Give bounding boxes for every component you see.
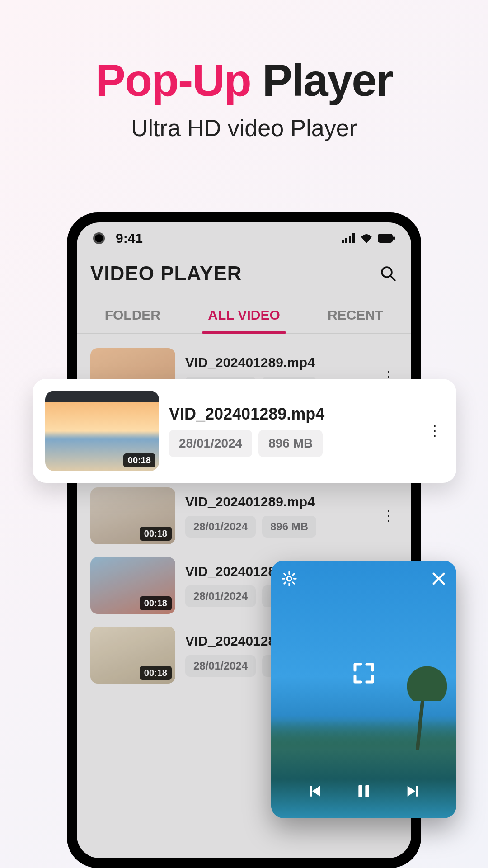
skip-previous-icon <box>305 782 323 800</box>
video-filename: VID_202401289.mp4 <box>185 494 380 509</box>
video-thumbnail: 00:18 <box>45 391 159 471</box>
svg-point-6 <box>382 267 392 277</box>
app-header: VIDEO PLAYER <box>77 254 411 285</box>
tab-bar: FOLDER ALL VIDEO RECENT <box>77 297 411 334</box>
cellular-signal-icon <box>342 233 355 243</box>
pause-icon <box>355 782 373 800</box>
video-duration: 00:18 <box>140 666 172 680</box>
settings-icon <box>281 571 297 587</box>
app-title: VIDEO PLAYER <box>90 262 242 285</box>
more-vertical-icon: ⋮ <box>381 507 396 524</box>
video-duration: 00:18 <box>140 596 172 610</box>
svg-rect-5 <box>393 236 395 240</box>
popup-fullscreen-button[interactable] <box>352 661 375 685</box>
video-thumbnail: 00:18 <box>90 487 175 544</box>
status-time: 9:41 <box>116 231 143 246</box>
status-bar: 9:41 <box>77 222 411 254</box>
svg-rect-9 <box>358 785 362 797</box>
video-duration: 00:18 <box>123 453 155 467</box>
svg-rect-1 <box>345 238 347 243</box>
video-size-badge: 896 MB <box>262 516 316 538</box>
popup-previous-button[interactable] <box>305 782 323 800</box>
svg-rect-3 <box>352 233 355 243</box>
video-date-badge: 28/01/2024 <box>185 516 256 538</box>
page-subtitle: Ultra HD video Player <box>0 114 488 142</box>
video-thumbnail: 00:18 <box>90 627 175 684</box>
battery-icon <box>378 234 395 243</box>
video-meta: VID_202401289.mp428/01/2024896 MB <box>185 494 380 538</box>
svg-rect-2 <box>349 236 351 243</box>
svg-rect-10 <box>365 785 369 797</box>
video-meta: VID_202401289.mp4 28/01/2024 896 MB <box>169 405 426 457</box>
video-thumbnail: 00:18 <box>90 557 175 614</box>
video-duration: 00:18 <box>140 527 172 541</box>
svg-point-8 <box>287 576 291 581</box>
tab-all-video[interactable]: ALL VIDEO <box>188 297 300 333</box>
highlighted-video-card[interactable]: 00:18 VID_202401289.mp4 28/01/2024 896 M… <box>33 379 456 483</box>
more-options-button[interactable]: ⋮ <box>380 507 398 524</box>
popup-next-button[interactable] <box>404 782 422 800</box>
search-icon <box>380 265 396 282</box>
tab-recent[interactable]: RECENT <box>300 297 411 333</box>
video-filename: VID_202401289.mp4 <box>169 405 426 424</box>
page-title-plain: Player <box>251 55 393 105</box>
page-title: Pop-Up Player <box>0 0 488 106</box>
wifi-icon <box>360 233 373 243</box>
more-options-button[interactable]: ⋮ <box>426 422 444 439</box>
svg-line-7 <box>391 276 395 280</box>
close-icon <box>431 571 446 586</box>
page-title-accent: Pop-Up <box>95 55 250 105</box>
video-date-badge: 28/01/2024 <box>185 655 256 677</box>
svg-rect-4 <box>378 234 393 243</box>
video-date-badge: 28/01/2024 <box>169 430 252 457</box>
popup-player[interactable] <box>271 561 456 818</box>
popup-settings-button[interactable] <box>281 571 297 587</box>
more-vertical-icon: ⋮ <box>427 422 442 439</box>
svg-rect-0 <box>342 240 344 243</box>
tab-folder[interactable]: FOLDER <box>77 297 188 333</box>
popup-pause-button[interactable] <box>355 782 373 800</box>
skip-next-icon <box>404 782 422 800</box>
front-camera-icon <box>93 232 105 244</box>
video-size-badge: 896 MB <box>258 430 323 457</box>
video-date-badge: 28/01/2024 <box>185 585 256 607</box>
video-filename: VID_202401289.mp4 <box>185 355 380 370</box>
search-button[interactable] <box>379 264 398 283</box>
popup-close-button[interactable] <box>431 571 446 586</box>
fullscreen-icon <box>352 661 375 685</box>
video-row[interactable]: 00:18VID_202401289.mp428/01/2024896 MB⋮ <box>87 481 401 551</box>
